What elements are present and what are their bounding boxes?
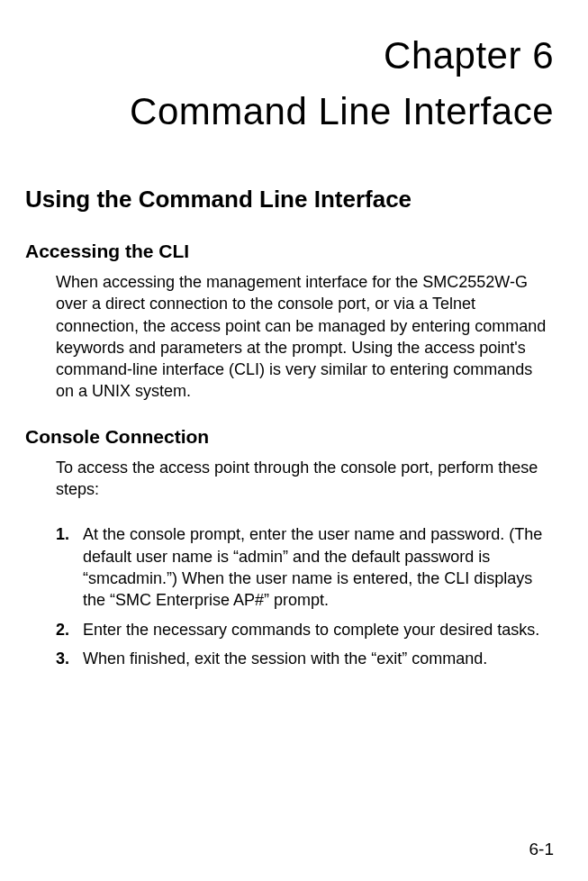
page-prefix: 6- [529,840,545,858]
list-marker: 1. [56,523,83,611]
list-text: When finished, exit the session with the… [83,648,548,669]
page-num: 1 [544,840,554,858]
chapter-title: Command Line Interface [25,90,554,133]
list-text: Enter the necessary commands to complete… [83,619,548,640]
list-item: 1. At the console prompt, enter the user… [56,523,548,611]
body-paragraph-console-intro: To access the access point through the c… [56,457,548,501]
chapter-number: Chapter 6 [25,34,554,77]
page-number: 6-1 [529,840,554,859]
list-marker: 2. [56,619,83,640]
list-marker: 3. [56,648,83,669]
subsection-heading-accessing-cli: Accessing the CLI [25,241,554,262]
list-item: 2. Enter the necessary commands to compl… [56,619,548,640]
body-paragraph-accessing-cli: When accessing the management interface … [56,271,548,403]
section-heading: Using the Command Line Interface [25,186,554,213]
subsection-heading-console-connection: Console Connection [25,426,554,448]
list-text: At the console prompt, enter the user na… [83,523,548,611]
list-item: 3. When finished, exit the session with … [56,648,548,669]
steps-list: 1. At the console prompt, enter the user… [56,523,548,669]
